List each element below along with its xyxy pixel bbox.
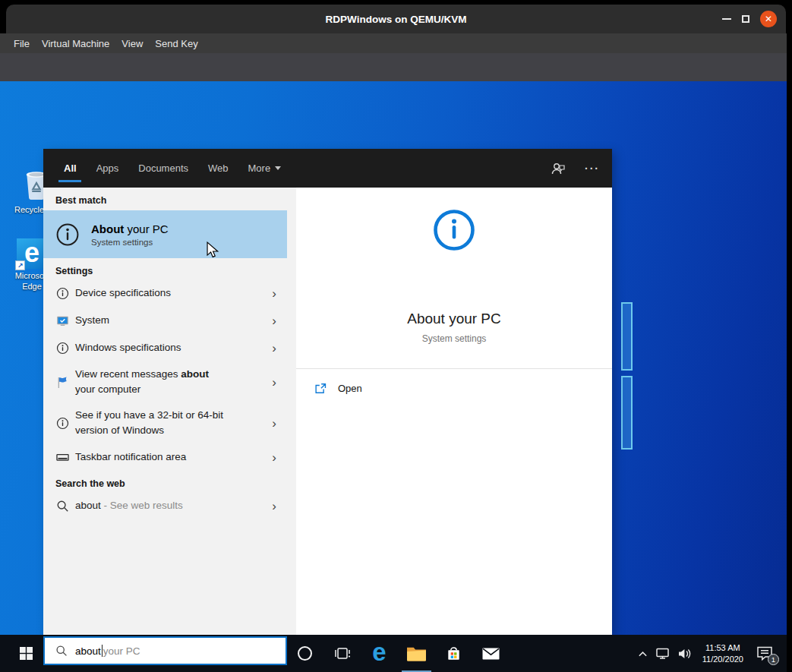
window-controls: ✕ bbox=[722, 5, 777, 33]
more-options-icon[interactable]: ··· bbox=[585, 162, 600, 175]
chevron-right-icon: › bbox=[272, 500, 276, 513]
preview-title: About your PC bbox=[296, 311, 612, 327]
settings-result-row[interactable]: Taskbar notification area› bbox=[43, 443, 287, 471]
open-external-icon bbox=[314, 382, 327, 395]
taskbar-app-icons: e bbox=[286, 635, 510, 672]
notification-badge: 1 bbox=[768, 654, 779, 665]
best-match-title: About your PC bbox=[91, 222, 169, 235]
action-center-button[interactable]: 1 bbox=[753, 642, 776, 666]
preview-divider bbox=[296, 368, 612, 369]
tab-label: Documents bbox=[138, 162, 188, 174]
maximize-button[interactable] bbox=[742, 15, 749, 23]
info-circle-large-icon bbox=[432, 208, 476, 252]
open-action[interactable]: Open bbox=[314, 382, 362, 395]
task-view-button[interactable] bbox=[323, 635, 361, 672]
open-label: Open bbox=[338, 383, 362, 394]
result-label: View recent messages aboutyour computer bbox=[75, 367, 209, 398]
text-part: about bbox=[181, 368, 209, 380]
screen-edge bbox=[787, 0, 792, 672]
text-part: Device specifications bbox=[75, 287, 171, 298]
chevron-right-icon: › bbox=[272, 314, 276, 327]
start-button[interactable] bbox=[9, 635, 43, 672]
result-label: See if you have a 32-bit or 64-bitversio… bbox=[75, 408, 223, 439]
tab-label: More bbox=[248, 162, 271, 174]
text-part: System bbox=[75, 314, 109, 326]
window-title: RDPWindows on QEMU/KVM bbox=[326, 14, 467, 25]
network-icon[interactable] bbox=[655, 647, 671, 660]
cortana-icon bbox=[298, 646, 312, 661]
wallpaper-window-pane bbox=[621, 376, 633, 450]
info-circle-icon bbox=[56, 342, 69, 355]
result-label: about - See web results bbox=[75, 498, 183, 513]
tab-more[interactable]: More bbox=[248, 149, 282, 188]
best-match-header: Best match bbox=[43, 188, 296, 209]
settings-result-row[interactable]: View recent messages aboutyour computer› bbox=[43, 361, 287, 402]
tab-apps[interactable]: Apps bbox=[96, 149, 119, 188]
settings-result-row[interactable]: Windows specifications› bbox=[43, 334, 287, 361]
file-explorer-button[interactable] bbox=[398, 635, 435, 672]
edge-taskbar-button[interactable]: e bbox=[361, 635, 398, 672]
menu-item-view[interactable]: View bbox=[121, 38, 143, 49]
cortana-button[interactable] bbox=[286, 635, 323, 672]
edge-tile-icon: e ↗ bbox=[17, 238, 47, 269]
preview-subtitle: System settings bbox=[296, 333, 612, 344]
chevron-right-icon: › bbox=[272, 342, 276, 355]
tab-all[interactable]: All bbox=[64, 149, 77, 188]
text-cursor bbox=[102, 645, 103, 657]
result-label: Taskbar notification area bbox=[75, 450, 186, 465]
menu-item-file[interactable]: File bbox=[14, 38, 30, 49]
search-icon bbox=[56, 500, 69, 513]
toolbar: i bbox=[0, 53, 787, 81]
tab-label: Apps bbox=[96, 162, 119, 174]
info-circle-icon bbox=[55, 222, 80, 247]
menu-item-send-key[interactable]: Send Key bbox=[155, 38, 197, 49]
tab-documents[interactable]: Documents bbox=[138, 149, 188, 188]
close-button[interactable]: ✕ bbox=[760, 11, 777, 27]
search-suggestion-text: your PC bbox=[103, 645, 140, 657]
tab-web[interactable]: Web bbox=[208, 149, 229, 188]
mouse-cursor bbox=[205, 241, 220, 258]
result-label: System bbox=[75, 313, 109, 328]
windows-logo-icon bbox=[20, 647, 33, 660]
clock[interactable]: 11:53 AM 11/20/2020 bbox=[702, 642, 743, 665]
text-part: - See web results bbox=[101, 500, 183, 511]
vm-window-titlebar[interactable]: RDPWindows on QEMU/KVM ✕ bbox=[6, 5, 786, 33]
volume-icon[interactable] bbox=[677, 648, 693, 660]
store-button[interactable] bbox=[435, 635, 472, 672]
mail-button[interactable] bbox=[472, 635, 510, 672]
settings-result-row[interactable]: Device specifications› bbox=[43, 279, 287, 307]
settings-result-row[interactable]: System› bbox=[43, 307, 287, 334]
user-account-icon[interactable] bbox=[550, 160, 566, 177]
text-part: your PC bbox=[124, 222, 168, 235]
minimize-button[interactable] bbox=[722, 18, 731, 20]
system-tray: 11:53 AM 11/20/2020 1 bbox=[638, 635, 776, 672]
system-display-icon bbox=[56, 314, 69, 327]
best-match-subtitle: System settings bbox=[91, 238, 169, 247]
flag-icon bbox=[56, 376, 69, 389]
taskbar-icon bbox=[56, 451, 69, 464]
search-tab-bar: AllAppsDocumentsWebMore bbox=[43, 149, 612, 188]
chevron-right-icon: › bbox=[272, 287, 276, 300]
text-part: Windows specifications bbox=[75, 342, 181, 353]
taskbar-search-input[interactable]: aboutyour PC bbox=[43, 636, 287, 665]
edge-icon: e bbox=[372, 639, 386, 664]
settings-result-row[interactable]: See if you have a 32-bit or 64-bitversio… bbox=[43, 402, 287, 443]
menu-bar: FileVirtual MachineViewSend Key bbox=[0, 33, 787, 53]
settings-results-list: Device specifications›System›Windows spe… bbox=[43, 279, 296, 471]
wallpaper-window-pane bbox=[621, 302, 633, 371]
search-web-header: Search the web bbox=[43, 471, 296, 492]
mail-icon bbox=[481, 646, 500, 661]
tab-label: All bbox=[64, 162, 77, 174]
info-circle-icon bbox=[56, 417, 69, 430]
search-typed-text: about bbox=[75, 645, 101, 657]
text-part: Taskbar notification area bbox=[75, 451, 186, 462]
chevron-right-icon: › bbox=[272, 451, 276, 464]
best-match-result[interactable]: About your PC System settings bbox=[43, 210, 287, 258]
chevron-right-icon: › bbox=[272, 376, 276, 389]
text-part: About bbox=[91, 222, 124, 235]
expand-tray-chevron-icon[interactable] bbox=[638, 650, 648, 658]
menu-item-virtual-machine[interactable]: Virtual Machine bbox=[42, 38, 109, 49]
web-result-row[interactable]: about - See web results› bbox=[43, 492, 287, 519]
shortcut-arrow-icon: ↗ bbox=[15, 260, 25, 270]
search-results-pane: Best match About your PC System settings… bbox=[43, 188, 296, 635]
